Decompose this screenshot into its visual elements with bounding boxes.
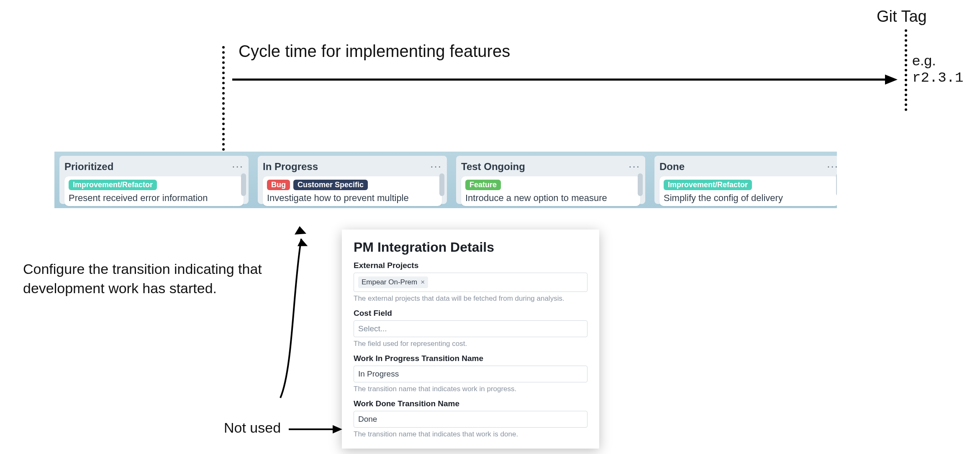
kanban-card[interactable]: Bug Customer Specific Investigate how to…	[263, 176, 442, 206]
kanban-card[interactable]: Improvement/Refactor Present received er…	[64, 176, 244, 206]
field-label: Work Done Transition Name	[354, 399, 587, 408]
kanban-board: Prioritized ··· Improvement/Refactor Pre…	[54, 152, 837, 208]
column-menu-icon[interactable]: ···	[232, 160, 244, 173]
git-tag-example-code: r2.3.1	[912, 70, 963, 86]
svg-marker-5	[333, 425, 342, 433]
card-title: Simplify the config of delivery	[664, 193, 834, 204]
git-tag-example-prefix: e.g.	[912, 52, 936, 68]
column-scrollbar[interactable]	[638, 173, 643, 196]
chip-remove-icon[interactable]: ×	[421, 278, 425, 286]
panel-heading: PM Integration Details	[354, 240, 587, 255]
card-label: Customer Specific	[293, 180, 368, 190]
cycle-start-marker	[222, 46, 225, 151]
annotation-not-used-arrow-icon	[289, 421, 343, 438]
cost-field-select[interactable]: Select...	[354, 320, 587, 337]
cycle-end-marker	[905, 29, 907, 111]
field-help: The field used for representing cost.	[354, 340, 587, 348]
column-menu-icon[interactable]: ···	[629, 160, 640, 173]
done-transition-input[interactable]: Done	[354, 411, 587, 428]
external-project-chip: Empear On-Prem ×	[358, 276, 428, 288]
pm-integration-panel: PM Integration Details External Projects…	[342, 230, 599, 449]
svg-marker-1	[885, 75, 898, 85]
card-label: Feature	[465, 180, 501, 190]
external-projects-input[interactable]: Empear On-Prem ×	[354, 273, 587, 292]
column-menu-icon[interactable]: ···	[430, 160, 442, 173]
field-help: The transition name that indicates that …	[354, 430, 587, 439]
kanban-column: Prioritized ··· Improvement/Refactor Pre…	[59, 156, 249, 204]
column-title: Test Ongoing	[461, 161, 525, 173]
card-label: Bug	[267, 180, 290, 190]
field-label: Cost Field	[354, 309, 587, 318]
kanban-column: Test Ongoing ··· Feature Introduce a new…	[456, 156, 645, 204]
card-title: Investigate how to prevent multiple	[267, 193, 438, 204]
wip-transition-input[interactable]: In Progress	[354, 366, 587, 382]
column-title: Done	[659, 161, 685, 173]
annotation-configure-arrow-icon	[276, 222, 343, 402]
field-label: External Projects	[354, 261, 587, 270]
field-help: The transition name that indicates work …	[354, 385, 587, 393]
cycle-time-arrow-icon	[232, 71, 898, 88]
column-scrollbar[interactable]	[241, 173, 246, 196]
kanban-card[interactable]: Improvement/Refactor Simplify the config…	[659, 176, 837, 206]
card-label: Improvement/Refactor	[664, 180, 752, 190]
git-tag-label: Git Tag	[877, 8, 927, 26]
field-label: Work In Progress Transition Name	[354, 354, 587, 363]
column-title: In Progress	[263, 161, 318, 173]
column-scrollbar[interactable]	[439, 173, 444, 196]
column-title: Prioritized	[64, 161, 113, 173]
cycle-time-title: Cycle time for implementing features	[239, 42, 510, 61]
kanban-card[interactable]: Feature Introduce a new option to measur…	[461, 176, 640, 206]
chip-text: Empear On-Prem	[362, 278, 417, 286]
annotation-not-used: Not used	[224, 420, 281, 436]
annotation-configure: Configure the transition indicating that…	[23, 260, 282, 298]
column-scrollbar[interactable]	[836, 173, 837, 196]
card-title: Introduce a new option to measure	[465, 193, 636, 204]
card-label: Improvement/Refactor	[69, 180, 157, 190]
card-title: Present received error information	[69, 193, 239, 204]
git-tag-example: e.g. r2.3.1	[912, 52, 980, 86]
svg-marker-3	[295, 226, 306, 235]
kanban-column: In Progress ··· Bug Customer Specific In…	[258, 156, 447, 204]
field-help: The external projects that data will be …	[354, 294, 587, 303]
kanban-column: Done ··· Improvement/Refactor Simplify t…	[654, 156, 837, 204]
column-menu-icon[interactable]: ···	[827, 160, 837, 173]
